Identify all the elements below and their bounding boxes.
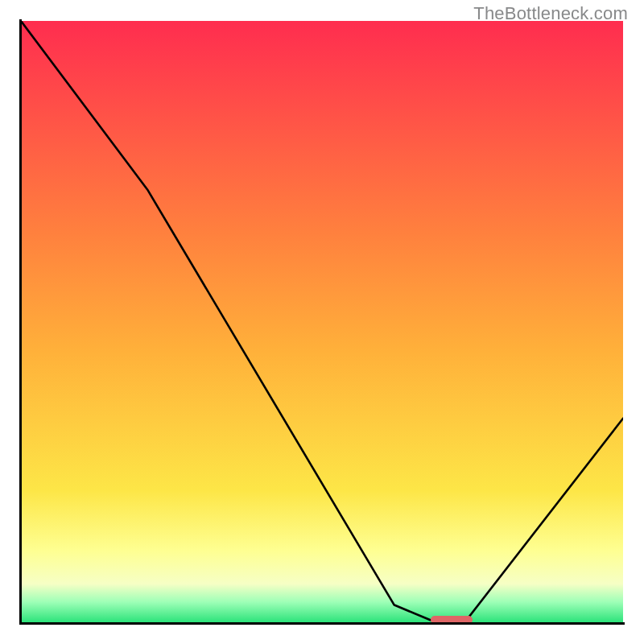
watermark-text: TheBottleneck.com [473, 3, 628, 24]
background-gradient [21, 21, 623, 623]
x-axis [19, 622, 625, 625]
y-axis [19, 19, 22, 625]
plot-area [21, 21, 623, 623]
chart-container: TheBottleneck.com [0, 0, 644, 644]
svg-rect-0 [21, 21, 623, 623]
